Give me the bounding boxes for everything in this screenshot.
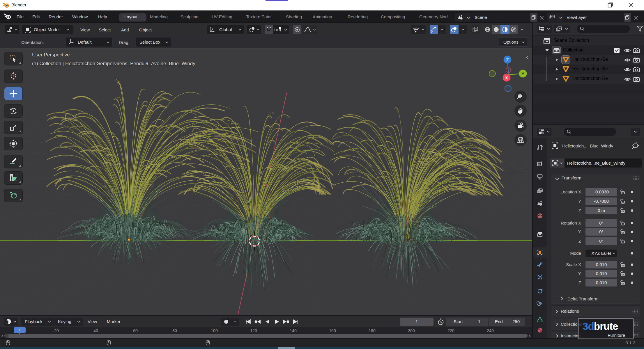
svg-text:X: X [505, 75, 508, 80]
svg-text:Z: Z [506, 57, 509, 62]
svg-text:Y: Y [521, 71, 524, 76]
